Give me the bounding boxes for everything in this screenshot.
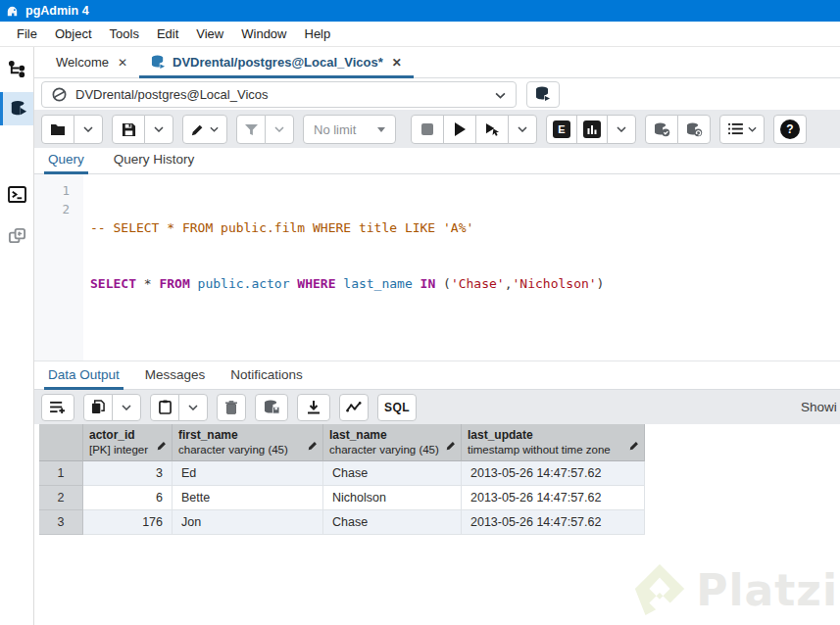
cell-actor-id[interactable]: 176 [83, 510, 173, 535]
line-chart-icon [346, 402, 362, 412]
show-sql-button[interactable]: SQL [377, 394, 417, 421]
chevron-down-icon [122, 405, 131, 410]
menu-window[interactable]: Window [232, 26, 295, 41]
pgadmin-window: pgAdmin 4 File Object Tools Edit View Wi… [0, 0, 840, 625]
column-header-last-update[interactable]: last_update timestamp without time zone [462, 424, 645, 461]
explain-analyze-button[interactable] [576, 115, 608, 144]
sql-comment: -- SELECT * FROM public.film WHERE title… [90, 220, 473, 235]
cell-actor-id[interactable]: 3 [83, 461, 173, 486]
cell-first-name[interactable]: Ed [173, 461, 323, 486]
copy-button[interactable] [83, 394, 113, 421]
help-button[interactable]: ? [773, 115, 807, 144]
commit-button[interactable] [645, 115, 678, 144]
tab-query-tool-close-icon[interactable]: ✕ [392, 56, 402, 70]
execute-options-button[interactable] [475, 115, 509, 144]
sql-code: -- SELECT * FROM public.film WHERE title… [90, 181, 604, 330]
menu-edit[interactable]: Edit [148, 26, 187, 41]
database-plus-icon [535, 86, 551, 102]
sql-editor[interactable]: 1 2 -- SELECT * FROM public.film WHERE t… [34, 174, 840, 361]
database-commit-icon [654, 122, 670, 137]
graph-visualiser-button[interactable] [339, 394, 369, 421]
cell-first-name[interactable]: Bette [173, 486, 323, 510]
query-tool-icon[interactable] [0, 92, 33, 125]
showing-rows-text: Showi [801, 400, 840, 414]
paste-options-button[interactable] [178, 394, 208, 421]
open-file-button[interactable] [41, 115, 74, 144]
column-header-last-name[interactable]: last_name character varying (45) [323, 424, 462, 461]
paste-button[interactable] [150, 394, 179, 421]
row-number[interactable]: 3 [39, 510, 83, 535]
cell-actor-id[interactable]: 6 [83, 486, 173, 510]
object-explorer-icon[interactable] [0, 52, 33, 85]
psql-tool-icon[interactable] [0, 177, 33, 211]
save-data-button[interactable] [255, 394, 288, 421]
menu-tools[interactable]: Tools [101, 26, 148, 41]
save-file-options-button[interactable] [144, 115, 173, 144]
copy-options-button[interactable] [112, 394, 141, 421]
explain-button[interactable]: E [546, 115, 577, 144]
tab-query-tool-label: DVDrental/postgres@Local_Vicos* [173, 55, 383, 70]
pencil-icon [191, 122, 205, 136]
explain-icon: E [553, 120, 570, 138]
connection-dropdown[interactable]: DVDrental/postgres@Local_Vicos [41, 81, 517, 108]
folder-icon [50, 123, 66, 136]
menu-object[interactable]: Object [46, 26, 101, 41]
add-row-icon [50, 401, 66, 413]
chevron-down-icon [617, 126, 626, 132]
cell-last-name[interactable]: Chase [323, 461, 462, 486]
tab-data-output[interactable]: Data Output [44, 367, 124, 389]
filter-button[interactable] [236, 115, 266, 144]
tab-notifications[interactable]: Notifications [226, 367, 307, 389]
delete-row-button[interactable] [217, 394, 246, 421]
tab-welcome[interactable]: Welcome ✕ [44, 47, 139, 77]
row-number[interactable]: 2 [39, 486, 83, 510]
edit-column-icon[interactable] [446, 440, 457, 454]
execute-menu-button[interactable] [508, 115, 537, 144]
corner-header-cell[interactable] [39, 424, 83, 461]
execute-button[interactable] [443, 115, 476, 144]
cell-last-update[interactable]: 2013-05-26 14:47:57.62 [462, 486, 645, 510]
menu-view[interactable]: View [187, 26, 232, 41]
output-toolbar: SQL [34, 390, 840, 424]
column-header-first-name[interactable]: first_name character varying (45) [173, 424, 323, 461]
download-button[interactable] [297, 394, 330, 421]
cell-last-name[interactable]: Nicholson [323, 486, 462, 510]
open-file-options-button[interactable] [74, 115, 103, 144]
play-cursor-icon [485, 122, 500, 136]
platzi-watermark: Platzi [631, 560, 838, 619]
edit-column-icon[interactable] [308, 440, 319, 454]
title-bar: pgAdmin 4 [0, 0, 840, 22]
column-header-actor-id[interactable]: actor_id [PK] integer [83, 424, 173, 461]
macros-button[interactable] [719, 115, 765, 144]
chevron-down-icon [188, 405, 198, 410]
explain-options-button[interactable] [607, 115, 636, 144]
schema-diff-icon[interactable] [0, 218, 33, 252]
save-file-button[interactable] [112, 115, 145, 144]
edit-column-icon[interactable] [157, 440, 168, 454]
tab-query[interactable]: Query [44, 152, 88, 173]
cancel-query-button[interactable] [411, 115, 444, 144]
cell-last-update[interactable]: 2013-05-26 14:47:57.62 [462, 510, 645, 535]
edit-options-button[interactable] [182, 115, 227, 144]
tab-welcome-close-icon[interactable]: ✕ [118, 56, 127, 70]
tab-messages[interactable]: Messages [141, 367, 210, 389]
limit-select[interactable]: No limit [303, 115, 396, 144]
menu-file[interactable]: File [8, 26, 46, 41]
cell-first-name[interactable]: Jon [173, 510, 323, 535]
window-title: pgAdmin 4 [25, 4, 89, 18]
rollback-button[interactable] [677, 115, 711, 144]
menu-help[interactable]: Help [296, 26, 340, 41]
database-save-icon [264, 400, 279, 414]
chevron-down-icon [154, 126, 164, 132]
cell-last-name[interactable]: Chase [323, 510, 462, 535]
connection-value: DVDrental/postgres@Local_Vicos [75, 87, 495, 102]
new-connection-button[interactable] [526, 81, 560, 108]
add-row-button[interactable] [41, 394, 74, 421]
tab-query-history[interactable]: Query History [110, 152, 199, 173]
edit-column-icon[interactable] [629, 440, 640, 454]
tab-query-tool[interactable]: DVDrental/postgres@Local_Vicos* ✕ [139, 47, 414, 77]
filter-options-button[interactable] [265, 115, 294, 144]
row-number[interactable]: 1 [39, 461, 83, 486]
cell-last-update[interactable]: 2013-05-26 14:47:57.62 [462, 461, 645, 486]
connection-row: DVDrental/postgres@Local_Vicos [34, 78, 840, 110]
